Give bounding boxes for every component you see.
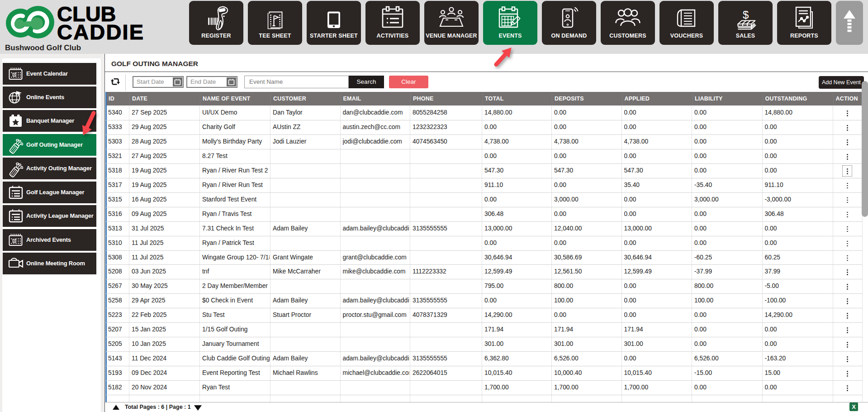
svg-text:$: $ [743,9,749,21]
